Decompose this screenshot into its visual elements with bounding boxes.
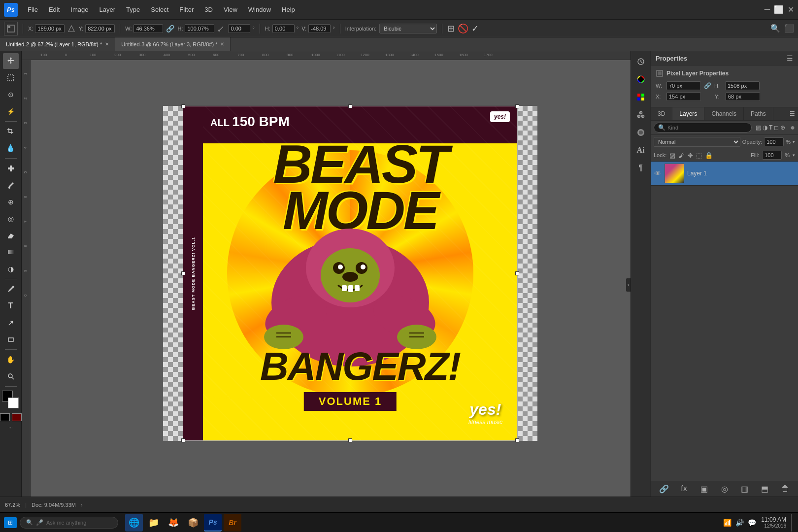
network-icon[interactable]: 📶 xyxy=(723,519,732,527)
menu-layer[interactable]: Layer xyxy=(95,4,121,15)
angle-input[interactable] xyxy=(228,24,250,33)
filter-smart-icon[interactable]: ⊕ xyxy=(780,124,785,131)
status-info-arrow[interactable]: › xyxy=(81,502,83,508)
menu-filter[interactable]: Filter xyxy=(174,4,199,15)
tab-layers[interactable]: Layers xyxy=(672,107,704,120)
history-brush-tool[interactable]: ◎ xyxy=(3,211,19,227)
menu-view[interactable]: View xyxy=(219,4,242,15)
brush-tool[interactable] xyxy=(3,177,19,193)
shape-tool[interactable] xyxy=(3,332,19,347)
v-input[interactable] xyxy=(308,24,331,33)
windows-start-btn[interactable]: ⊞ xyxy=(4,517,17,528)
tab-close-2[interactable]: ✕ xyxy=(220,41,224,47)
commit-transform-icon[interactable]: ✓ xyxy=(471,23,479,34)
more-tools[interactable]: ··· xyxy=(8,424,12,431)
new-layer-btn[interactable]: ⬒ xyxy=(759,484,771,494)
menu-type[interactable]: Type xyxy=(121,4,145,15)
panel-icon-paragraph[interactable]: ¶ xyxy=(633,161,648,175)
prop-w-input[interactable] xyxy=(666,81,701,90)
tab-channels[interactable]: Channels xyxy=(704,107,744,120)
link-wh-icon[interactable]: 🔗 xyxy=(166,25,174,33)
taskbar-photoshop[interactable]: Ps xyxy=(204,514,222,532)
panel-icon-history[interactable] xyxy=(633,54,648,69)
layers-panel-menu[interactable]: ☰ xyxy=(787,107,798,120)
text-tool[interactable]: T xyxy=(3,298,19,314)
background-color[interactable] xyxy=(8,398,19,408)
taskbar-mail[interactable]: 📦 xyxy=(184,514,202,532)
crop-tool[interactable] xyxy=(3,124,19,139)
minimize-btn[interactable]: ─ xyxy=(765,5,770,14)
prop-link-icon[interactable]: 🔗 xyxy=(704,82,711,89)
clone-tool[interactable]: ⊕ xyxy=(3,194,19,210)
tab-close-1[interactable]: ✕ xyxy=(105,41,109,47)
h2-input[interactable] xyxy=(272,24,295,33)
lock-all-icon[interactable]: 🔒 xyxy=(705,152,713,159)
menu-edit[interactable]: Edit xyxy=(44,4,65,15)
filter-toggle[interactable]: ● xyxy=(790,123,795,132)
zoom-tool[interactable] xyxy=(3,368,19,384)
tab-3d[interactable]: 3D xyxy=(651,107,672,120)
warp-icon[interactable]: ⊞ xyxy=(447,23,455,34)
lasso-tool[interactable]: ⊙ xyxy=(3,87,19,102)
eraser-tool[interactable] xyxy=(3,228,19,243)
quick-select-tool[interactable]: ⚡ xyxy=(3,103,19,119)
menu-window[interactable]: Window xyxy=(243,4,276,15)
filter-shape-icon[interactable]: ◻ xyxy=(774,124,779,131)
close-btn[interactable]: ✕ xyxy=(788,5,794,14)
x-input[interactable] xyxy=(35,24,65,33)
standard-mode[interactable] xyxy=(0,413,10,421)
filter-text-icon[interactable]: T xyxy=(769,124,772,131)
layer-mask-btn[interactable]: ▣ xyxy=(698,484,710,494)
eyedropper-tool[interactable]: 💧 xyxy=(3,140,19,156)
lock-move-icon[interactable]: ✥ xyxy=(688,152,693,159)
panel-icon-swatches[interactable] xyxy=(633,90,648,104)
opacity-dropdown[interactable]: ▾ xyxy=(793,139,795,144)
menu-image[interactable]: Image xyxy=(66,4,93,15)
path-selection-tool[interactable]: ↗ xyxy=(3,315,19,331)
hand-tool[interactable]: ✋ xyxy=(3,352,19,367)
taskbar-ie[interactable]: 🌐 xyxy=(125,514,143,532)
prop-y-input[interactable] xyxy=(726,92,760,101)
interpolation-select[interactable]: Bicubic Nearest Neighbor Bilinear Bicubi… xyxy=(379,24,437,33)
panel-icon-text[interactable]: Ai xyxy=(633,143,648,158)
pen-tool[interactable] xyxy=(3,281,19,297)
tab-untitled3[interactable]: Untitled-3 @ 66.7% (Layer 3, RGB/8#) * ✕ xyxy=(115,37,231,51)
restore-btn[interactable]: ⬜ xyxy=(774,5,784,14)
right-panel-collapse[interactable]: › xyxy=(626,278,631,292)
link-layers-btn[interactable]: 🔗 xyxy=(658,484,670,494)
group-layer-btn[interactable]: ▥ xyxy=(739,484,751,494)
panel-icon-styles[interactable] xyxy=(633,125,648,140)
w-input[interactable] xyxy=(133,24,163,33)
fill-dropdown[interactable]: ▾ xyxy=(793,153,795,158)
lock-pixel-icon[interactable]: ▨ xyxy=(669,152,675,159)
search-icon[interactable]: 🔍 xyxy=(770,24,780,33)
taskbar-bridge[interactable]: Br xyxy=(224,514,241,532)
filter-adjust-icon[interactable]: ◑ xyxy=(763,124,767,131)
filter-pixel-icon[interactable]: ▨ xyxy=(756,124,761,131)
adjustment-layer-btn[interactable]: ◎ xyxy=(719,484,731,494)
delete-layer-btn[interactable]: 🗑 xyxy=(779,484,791,494)
lock-paint-icon[interactable]: 🖌 xyxy=(678,152,685,159)
show-desktop-btn[interactable] xyxy=(791,514,794,532)
y-input[interactable] xyxy=(85,24,115,33)
layer-item-1[interactable]: 👁 Layer 1 xyxy=(651,162,798,186)
prop-x-input[interactable] xyxy=(666,92,701,101)
menu-file[interactable]: File xyxy=(23,4,43,15)
dodge-tool[interactable]: ◑ xyxy=(3,261,19,277)
lock-artboard-icon[interactable]: ⬚ xyxy=(696,152,702,159)
healing-tool[interactable] xyxy=(3,161,19,176)
marquee-tool[interactable] xyxy=(3,70,19,86)
menu-help[interactable]: Help xyxy=(277,4,300,15)
opacity-input[interactable] xyxy=(764,137,784,146)
menu-3d[interactable]: 3D xyxy=(200,4,218,15)
panel-icon-color[interactable] xyxy=(633,72,648,87)
cancel-transform-icon[interactable]: 🚫 xyxy=(458,23,468,34)
taskbar-firefox[interactable]: 🦊 xyxy=(165,514,182,532)
taskbar-explorer[interactable]: 📁 xyxy=(145,514,163,532)
notifications-icon[interactable]: 💬 xyxy=(748,519,756,527)
layer-visibility-toggle[interactable]: 👁 xyxy=(654,169,662,177)
tab-paths[interactable]: Paths xyxy=(744,107,773,120)
menu-select[interactable]: Select xyxy=(146,4,173,15)
layers-search-input[interactable] xyxy=(667,125,747,131)
layer-styles-btn[interactable]: fx xyxy=(678,484,690,494)
